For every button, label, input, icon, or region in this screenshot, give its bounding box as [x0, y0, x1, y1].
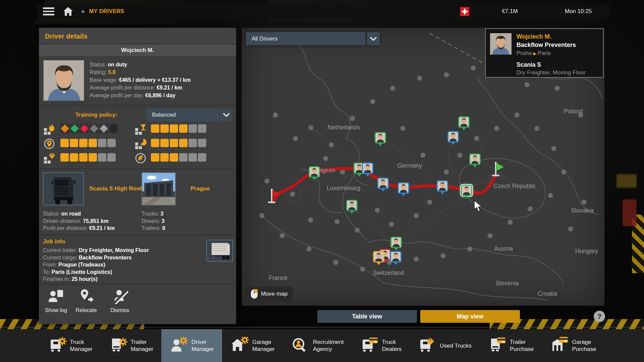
driver-marker-photo [462, 186, 471, 195]
eco-icon [135, 153, 149, 164]
tooltip-from: Praha [517, 50, 532, 56]
driver-marker-photo [391, 252, 400, 261]
driver-marker[interactable] [390, 237, 402, 248]
driver-marker-photo [391, 238, 401, 247]
tooltip-driver-name: Wojciech M. [517, 33, 551, 40]
adr-badge [80, 124, 89, 133]
nav-recruitment-agency[interactable]: RecruitmentAgency [283, 329, 352, 362]
truck-name[interactable]: Scania S High Roof [89, 185, 146, 192]
move-map-button[interactable]: Move map [247, 287, 293, 301]
training-policy-select[interactable]: Balanced [147, 109, 219, 121]
nav-label: DriverManager [192, 339, 214, 353]
driver-marker-photo [459, 117, 469, 127]
stat-line: Average profit per day: €6,896 / day [90, 92, 191, 99]
nav-trailer-purchase[interactable]: TrailerPurchase [480, 329, 542, 362]
truck-dealers-icon [360, 337, 379, 354]
chevron-down-icon[interactable] [220, 109, 232, 121]
driver-marker[interactable] [437, 180, 448, 192]
nav-truck-manager[interactable]: TruckManager [40, 329, 101, 362]
driver-marker[interactable] [469, 154, 481, 165]
driver-name-bar: Wojciech M. [39, 45, 236, 56]
driver-marker[interactable] [447, 131, 459, 142]
show-log-button[interactable]: Show log [41, 286, 71, 321]
money-display[interactable]: €7.1M [489, 8, 531, 15]
home-button[interactable] [63, 7, 73, 16]
adr-badges [60, 124, 118, 133]
map-panel[interactable]: NetherlandsBelgiumLuxembourgGermanyFranc… [242, 28, 604, 306]
driver-marker[interactable] [309, 166, 320, 178]
driver-marker[interactable] [377, 178, 389, 189]
driver-marker-selected[interactable] [461, 185, 472, 196]
nav-garage-manager[interactable]: GarageManager [222, 329, 283, 362]
tooltip-avatar [490, 33, 512, 55]
nav-garage-purchase[interactable]: GaragePurchase [542, 329, 604, 362]
adr-badge [109, 124, 118, 133]
truck-manager-icon [48, 337, 67, 354]
panel-title: Driver details [39, 28, 236, 44]
breadcrumb[interactable]: MY DRIVERS [89, 8, 124, 14]
stat-line: Rating: 5.8 [90, 68, 191, 76]
floor-line [0, 327, 644, 328]
driver-marker-photo [310, 167, 319, 177]
driver-marker[interactable] [362, 163, 373, 174]
stat-line: Driven distance: 75,851 km [43, 218, 115, 225]
stat-line: Status: on duty [90, 61, 191, 68]
menu-button[interactable] [43, 7, 54, 16]
relocate-button[interactable]: Relocate [71, 286, 101, 321]
stat-line: From: Prague (Tradeaux) [43, 261, 149, 268]
breadcrumb-arrow-icon: ▶ [82, 9, 85, 14]
truck-image[interactable] [43, 172, 84, 205]
skill-level-bar [60, 153, 116, 162]
nav-label: Used Trucks [440, 342, 471, 349]
used-trucks-icon [418, 337, 436, 354]
nav-used-trucks[interactable]: Used Trucks [410, 329, 479, 362]
bottom-nav-bar: TruckManagerTrailerManagerDriverManagerG… [0, 329, 644, 362]
driver-marker[interactable] [390, 251, 401, 262]
driver-marker-photo [347, 201, 357, 210]
driver-marker[interactable] [346, 200, 358, 211]
adr-icon [44, 124, 58, 135]
shelf-clutter [623, 199, 637, 226]
nav-label: RecruitmentAgency [313, 339, 344, 353]
relocate-icon [77, 288, 95, 305]
stat-line: Current cargo: Backflow Preventers [43, 254, 149, 261]
skill-level-bar [151, 124, 206, 133]
garage-image[interactable] [142, 172, 176, 205]
garage-purchase-icon [550, 337, 569, 354]
adr-badge [99, 124, 108, 133]
nav-driver-manager[interactable]: DriverManager [161, 329, 222, 362]
tooltip-truck: Scania S [517, 61, 541, 68]
nav-truck-dealers[interactable]: TruckDealers [352, 329, 410, 362]
driver-marker[interactable] [458, 116, 470, 128]
fragile-icon [135, 124, 149, 135]
stat-line: Trailers: 6 [142, 225, 165, 232]
job-info-title: Job info [43, 238, 65, 245]
driver-photo [43, 60, 84, 101]
skill-level-bar [60, 139, 116, 147]
filter-chevron-down-icon[interactable] [367, 32, 380, 45]
driver-marker[interactable] [398, 182, 409, 194]
recruitment-agency-icon [291, 337, 310, 354]
map-view-button[interactable]: Map view [420, 310, 520, 323]
driver-tooltip-card: Wojciech M. Backflow Preventers Praha▶Pa… [485, 28, 603, 77]
table-view-button[interactable]: Table view [317, 310, 417, 323]
garage-name[interactable]: Prague [191, 185, 231, 192]
stat-line: Profit per distance: €9.21 / km [43, 225, 115, 232]
tooltip-to: Paris [538, 50, 551, 56]
route-arrow-icon: ▶ [532, 51, 538, 56]
help-button[interactable]: ? [594, 311, 605, 322]
training-policy-value: Balanced [152, 112, 176, 118]
urgent-icon [135, 138, 149, 149]
stat-line: Current trailer: Dry Freighter, Moving F… [43, 247, 149, 254]
top-bar: ▶ MY DRIVERS €7.1M Mon 10:25 [37, 4, 609, 19]
truck-stats: Status: on roadDriven distance: 75,851 k… [43, 210, 115, 232]
shelf-clutter [616, 174, 637, 188]
driver-marker[interactable] [375, 132, 386, 143]
driver-filter-select[interactable]: All Drivers [246, 32, 366, 45]
mouse-icon [251, 289, 258, 299]
nav-trailer-manager[interactable]: TrailerManager [101, 329, 161, 362]
stat-line: Drivers: 3 [142, 218, 165, 225]
dismiss-button[interactable]: Dismiss [105, 286, 135, 321]
driver-marker[interactable] [373, 251, 384, 262]
nav-label: TrailerManager [131, 339, 153, 353]
